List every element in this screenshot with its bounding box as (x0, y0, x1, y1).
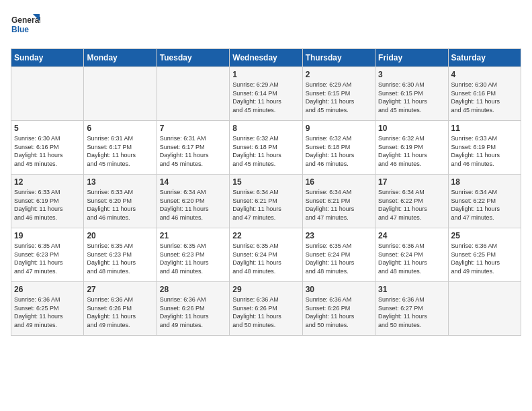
calendar-cell (11, 67, 84, 121)
calendar-cell: 9Sunrise: 6:32 AMSunset: 6:18 PMDaylight… (302, 121, 375, 175)
calendar-cell: 14Sunrise: 6:34 AMSunset: 6:20 PMDayligh… (157, 175, 229, 228)
day-info: Sunrise: 6:32 AMSunset: 6:19 PMDaylight:… (378, 134, 445, 168)
day-number: 18 (451, 177, 518, 187)
calendar-cell: 1Sunrise: 6:29 AMSunset: 6:14 PMDaylight… (230, 67, 302, 121)
calendar-cell: 22Sunrise: 6:35 AMSunset: 6:24 PMDayligh… (230, 228, 302, 282)
calendar-cell: 29Sunrise: 6:36 AMSunset: 6:26 PMDayligh… (230, 282, 302, 336)
day-number: 7 (160, 124, 226, 133)
day-info: Sunrise: 6:31 AMSunset: 6:17 PMDaylight:… (87, 134, 153, 168)
day-number: 24 (378, 231, 445, 240)
calendar-cell: 2Sunrise: 6:29 AMSunset: 6:15 PMDaylight… (302, 67, 375, 121)
day-number: 23 (306, 231, 372, 240)
calendar-cell: 18Sunrise: 6:34 AMSunset: 6:22 PMDayligh… (448, 175, 521, 228)
day-number: 1 (232, 70, 299, 79)
day-info: Sunrise: 6:36 AMSunset: 6:26 PMDaylight:… (232, 295, 299, 329)
calendar-week-3: 12Sunrise: 6:33 AMSunset: 6:19 PMDayligh… (11, 175, 521, 228)
calendar-cell: 24Sunrise: 6:36 AMSunset: 6:24 PMDayligh… (375, 228, 448, 282)
day-info: Sunrise: 6:30 AMSunset: 6:15 PMDaylight:… (378, 81, 445, 114)
calendar-cell: 28Sunrise: 6:36 AMSunset: 6:26 PMDayligh… (157, 282, 229, 336)
day-info: Sunrise: 6:30 AMSunset: 6:16 PMDaylight:… (14, 134, 81, 168)
day-info: Sunrise: 6:36 AMSunset: 6:26 PMDaylight:… (306, 295, 372, 329)
calendar-header-row: SundayMondayTuesdayWednesdayThursdayFrid… (11, 49, 521, 67)
calendar-cell: 11Sunrise: 6:33 AMSunset: 6:19 PMDayligh… (448, 121, 521, 175)
weekday-header-wednesday: Wednesday (230, 49, 302, 67)
calendar-week-4: 19Sunrise: 6:35 AMSunset: 6:23 PMDayligh… (11, 228, 521, 282)
day-number: 10 (378, 124, 445, 133)
calendar-cell (448, 282, 521, 336)
day-info: Sunrise: 6:33 AMSunset: 6:19 PMDaylight:… (451, 134, 518, 168)
day-number: 13 (87, 177, 153, 187)
calendar-cell: 20Sunrise: 6:35 AMSunset: 6:23 PMDayligh… (84, 228, 157, 282)
day-number: 9 (306, 124, 372, 133)
weekday-header-sunday: Sunday (11, 49, 84, 67)
calendar-cell (84, 67, 157, 121)
weekday-header-thursday: Thursday (302, 49, 375, 67)
day-number: 31 (378, 285, 445, 294)
day-info: Sunrise: 6:34 AMSunset: 6:20 PMDaylight:… (160, 188, 226, 222)
calendar-cell: 7Sunrise: 6:31 AMSunset: 6:17 PMDaylight… (157, 121, 229, 175)
calendar-cell: 26Sunrise: 6:36 AMSunset: 6:25 PMDayligh… (11, 282, 84, 336)
calendar-cell: 10Sunrise: 6:32 AMSunset: 6:19 PMDayligh… (375, 121, 448, 175)
page-header: General Blue (11, 11, 521, 40)
day-number: 5 (14, 124, 81, 133)
day-info: Sunrise: 6:36 AMSunset: 6:26 PMDaylight:… (87, 295, 153, 329)
day-number: 28 (160, 285, 226, 294)
day-info: Sunrise: 6:35 AMSunset: 6:23 PMDaylight:… (160, 242, 226, 275)
calendar-cell: 13Sunrise: 6:33 AMSunset: 6:20 PMDayligh… (84, 175, 157, 228)
calendar-cell: 3Sunrise: 6:30 AMSunset: 6:15 PMDaylight… (375, 67, 448, 121)
day-number: 26 (14, 285, 81, 294)
day-number: 27 (87, 285, 153, 294)
calendar-cell: 5Sunrise: 6:30 AMSunset: 6:16 PMDaylight… (11, 121, 84, 175)
day-info: Sunrise: 6:32 AMSunset: 6:18 PMDaylight:… (232, 134, 299, 168)
calendar-cell: 15Sunrise: 6:34 AMSunset: 6:21 PMDayligh… (230, 175, 302, 228)
day-number: 6 (87, 124, 153, 133)
day-number: 20 (87, 231, 153, 240)
day-number: 17 (378, 177, 445, 187)
logo: General Blue (11, 11, 40, 40)
day-info: Sunrise: 6:30 AMSunset: 6:16 PMDaylight:… (451, 81, 518, 114)
calendar-cell: 16Sunrise: 6:34 AMSunset: 6:21 PMDayligh… (302, 175, 375, 228)
day-info: Sunrise: 6:33 AMSunset: 6:19 PMDaylight:… (14, 188, 81, 222)
day-info: Sunrise: 6:33 AMSunset: 6:20 PMDaylight:… (87, 188, 153, 222)
day-number: 11 (451, 124, 518, 133)
calendar-body: 1Sunrise: 6:29 AMSunset: 6:14 PMDaylight… (11, 67, 521, 336)
day-number: 3 (378, 70, 445, 79)
calendar-cell: 17Sunrise: 6:34 AMSunset: 6:22 PMDayligh… (375, 175, 448, 228)
day-info: Sunrise: 6:36 AMSunset: 6:25 PMDaylight:… (451, 242, 518, 275)
day-info: Sunrise: 6:35 AMSunset: 6:23 PMDaylight:… (87, 242, 153, 275)
day-info: Sunrise: 6:36 AMSunset: 6:26 PMDaylight:… (160, 295, 226, 329)
calendar-cell: 4Sunrise: 6:30 AMSunset: 6:16 PMDaylight… (448, 67, 521, 121)
calendar-cell: 31Sunrise: 6:36 AMSunset: 6:27 PMDayligh… (375, 282, 448, 336)
calendar-cell: 6Sunrise: 6:31 AMSunset: 6:17 PMDaylight… (84, 121, 157, 175)
day-number: 12 (14, 177, 81, 187)
day-number: 8 (232, 124, 299, 133)
day-number: 30 (306, 285, 372, 294)
day-number: 19 (14, 231, 81, 240)
weekday-header-friday: Friday (375, 49, 448, 67)
day-info: Sunrise: 6:35 AMSunset: 6:24 PMDaylight:… (306, 242, 372, 275)
day-info: Sunrise: 6:35 AMSunset: 6:23 PMDaylight:… (14, 242, 81, 275)
weekday-header-monday: Monday (84, 49, 157, 67)
calendar-week-5: 26Sunrise: 6:36 AMSunset: 6:25 PMDayligh… (11, 282, 521, 336)
day-number: 25 (451, 231, 518, 240)
day-info: Sunrise: 6:34 AMSunset: 6:22 PMDaylight:… (378, 188, 445, 222)
calendar-cell: 27Sunrise: 6:36 AMSunset: 6:26 PMDayligh… (84, 282, 157, 336)
day-number: 4 (451, 70, 518, 79)
calendar-cell: 23Sunrise: 6:35 AMSunset: 6:24 PMDayligh… (302, 228, 375, 282)
calendar-cell (157, 67, 229, 121)
calendar-week-1: 1Sunrise: 6:29 AMSunset: 6:14 PMDaylight… (11, 67, 521, 121)
day-info: Sunrise: 6:29 AMSunset: 6:14 PMDaylight:… (232, 81, 299, 114)
day-number: 14 (160, 177, 226, 187)
calendar-cell: 8Sunrise: 6:32 AMSunset: 6:18 PMDaylight… (230, 121, 302, 175)
weekday-header-tuesday: Tuesday (157, 49, 229, 67)
day-number: 22 (232, 231, 299, 240)
svg-text:Blue: Blue (11, 25, 29, 34)
day-info: Sunrise: 6:31 AMSunset: 6:17 PMDaylight:… (160, 134, 226, 168)
day-info: Sunrise: 6:36 AMSunset: 6:27 PMDaylight:… (378, 295, 445, 329)
logo-svg: General Blue (11, 11, 40, 40)
day-info: Sunrise: 6:29 AMSunset: 6:15 PMDaylight:… (306, 81, 372, 114)
day-info: Sunrise: 6:35 AMSunset: 6:24 PMDaylight:… (232, 242, 299, 275)
day-info: Sunrise: 6:32 AMSunset: 6:18 PMDaylight:… (306, 134, 372, 168)
calendar-week-2: 5Sunrise: 6:30 AMSunset: 6:16 PMDaylight… (11, 121, 521, 175)
weekday-header-saturday: Saturday (448, 49, 521, 67)
